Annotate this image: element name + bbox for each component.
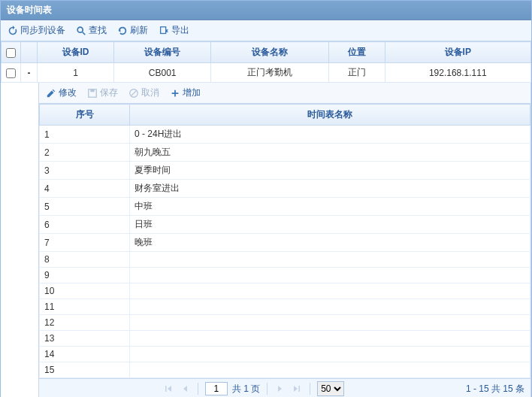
device-row[interactable]: - 1 CB001 正门考勤机 正门 192.168.1.111 xyxy=(2,63,531,83)
export-label: 导出 xyxy=(171,24,189,37)
cell-device-ip: 192.168.1.111 xyxy=(385,63,530,83)
col-device-location[interactable]: 位置 xyxy=(328,42,385,63)
save-button: 保存 xyxy=(85,85,120,101)
cell-seq: 11 xyxy=(40,299,130,315)
cell-seq: 7 xyxy=(40,234,130,252)
search-icon xyxy=(76,26,86,36)
row-checkbox-cell[interactable] xyxy=(2,63,21,83)
cell-seq: 9 xyxy=(40,268,130,283)
cell-seq: 6 xyxy=(40,216,130,234)
svg-line-6 xyxy=(131,90,137,95)
schedule-row[interactable]: 8 xyxy=(40,252,530,268)
cell-seq: 14 xyxy=(40,347,130,362)
cell-schedule-name: 0 - 24H进出 xyxy=(130,126,530,144)
cell-schedule-name: 财务室进出 xyxy=(130,180,530,198)
cell-schedule-name: 夏季时间 xyxy=(130,162,530,180)
schedule-row[interactable]: 10 - 24H进出 xyxy=(40,126,530,144)
sync-button[interactable]: 同步到设备 xyxy=(5,23,68,38)
cell-seq: 4 xyxy=(40,180,130,198)
schedule-row[interactable]: 3夏季时间 xyxy=(40,162,530,180)
schedule-row[interactable]: 5中班 xyxy=(40,198,530,216)
device-grid: 设备ID 设备编号 设备名称 位置 设备IP - 1 CB001 正门考勤机 正… xyxy=(1,41,531,83)
page-size-select[interactable]: 50 xyxy=(317,381,344,396)
add-button[interactable]: 增加 xyxy=(168,85,203,101)
edit-button[interactable]: 修改 xyxy=(44,85,79,101)
svg-rect-2 xyxy=(161,26,166,33)
cell-seq: 12 xyxy=(40,315,130,331)
cancel-icon xyxy=(128,88,139,98)
cell-seq: 10 xyxy=(40,283,130,299)
cell-seq: 1 xyxy=(40,126,130,144)
schedule-grid-header: 序号 时间表名称 xyxy=(40,105,530,126)
col-seq[interactable]: 序号 xyxy=(40,105,130,126)
row-checkbox[interactable] xyxy=(6,68,16,78)
find-label: 查找 xyxy=(89,24,107,37)
col-device-ip[interactable]: 设备IP xyxy=(385,42,530,63)
cell-schedule-name xyxy=(130,315,530,331)
sync-icon xyxy=(8,26,18,36)
col-device-name[interactable]: 设备名称 xyxy=(211,42,328,63)
refresh-label: 刷新 xyxy=(130,24,148,37)
panel-title: 设备时间表 xyxy=(1,1,531,20)
edit-icon xyxy=(46,88,56,98)
cancel-label: 取消 xyxy=(141,86,159,99)
cell-seq: 5 xyxy=(40,198,130,216)
cell-device-code: CB001 xyxy=(114,63,211,83)
cell-schedule-name xyxy=(130,299,530,315)
refresh-button[interactable]: 刷新 xyxy=(115,23,150,38)
cell-device-location: 正门 xyxy=(328,63,385,83)
cell-schedule-name: 朝九晚五 xyxy=(130,144,530,162)
cancel-button: 取消 xyxy=(126,85,162,101)
col-schedule-name[interactable]: 时间表名称 xyxy=(130,105,530,126)
cell-schedule-name: 日班 xyxy=(130,216,530,234)
select-all-checkbox[interactable] xyxy=(6,48,16,58)
cell-schedule-name xyxy=(130,347,530,362)
cell-seq: 2 xyxy=(40,144,130,162)
refresh-icon xyxy=(117,26,128,36)
schedule-row[interactable]: 13 xyxy=(40,331,530,347)
export-button[interactable]: 导出 xyxy=(156,23,192,38)
page-first-button xyxy=(162,383,174,395)
schedule-row[interactable]: 7晚班 xyxy=(40,234,530,252)
edit-label: 修改 xyxy=(59,86,77,99)
page-last-button xyxy=(291,383,303,395)
schedule-row[interactable]: 10 xyxy=(40,283,530,299)
sub-toolbar: 修改 保存 取消 增加 xyxy=(39,83,530,104)
paging-bar: 共 1 页 50 1 - 15 共 15 条 xyxy=(39,378,530,397)
svg-point-0 xyxy=(77,27,83,32)
main-toolbar: 同步到设备 查找 刷新 导出 xyxy=(1,20,531,41)
schedule-row[interactable]: 2朝九晚五 xyxy=(40,144,530,162)
cell-schedule-name xyxy=(130,362,530,378)
device-grid-header: 设备ID 设备编号 设备名称 位置 设备IP xyxy=(2,42,531,63)
schedule-row[interactable]: 12 xyxy=(40,315,530,331)
col-device-code[interactable]: 设备编号 xyxy=(114,42,211,63)
select-all-cell[interactable] xyxy=(2,42,21,63)
page-total-text: 共 1 页 xyxy=(232,383,260,395)
schedule-row[interactable]: 11 xyxy=(40,299,530,315)
nested-panel: 修改 保存 取消 增加 xyxy=(38,83,531,397)
col-device-id[interactable]: 设备ID xyxy=(38,42,114,63)
cell-schedule-name: 中班 xyxy=(130,198,530,216)
cell-seq: 15 xyxy=(40,362,130,378)
paging-info: 1 - 15 共 15 条 xyxy=(466,383,524,395)
schedule-row[interactable]: 6日班 xyxy=(40,216,530,234)
cell-schedule-name xyxy=(130,331,530,347)
schedule-row[interactable]: 15 xyxy=(40,362,530,378)
page-prev-button xyxy=(179,383,191,395)
svg-line-1 xyxy=(83,32,86,35)
schedule-row[interactable]: 9 xyxy=(40,268,530,283)
find-button[interactable]: 查找 xyxy=(74,23,109,38)
page-input[interactable] xyxy=(205,382,228,395)
page-next-button xyxy=(274,383,286,395)
export-icon xyxy=(159,26,169,36)
expander-header xyxy=(21,42,38,63)
add-icon xyxy=(170,88,180,98)
cell-schedule-name xyxy=(130,268,530,283)
schedule-row[interactable]: 14 xyxy=(40,347,530,362)
row-expander[interactable]: - xyxy=(21,63,38,83)
cell-schedule-name xyxy=(130,283,530,299)
cell-seq: 13 xyxy=(40,331,130,347)
save-icon xyxy=(87,88,98,98)
schedule-row[interactable]: 4财务室进出 xyxy=(40,180,530,198)
add-label: 增加 xyxy=(183,86,201,99)
